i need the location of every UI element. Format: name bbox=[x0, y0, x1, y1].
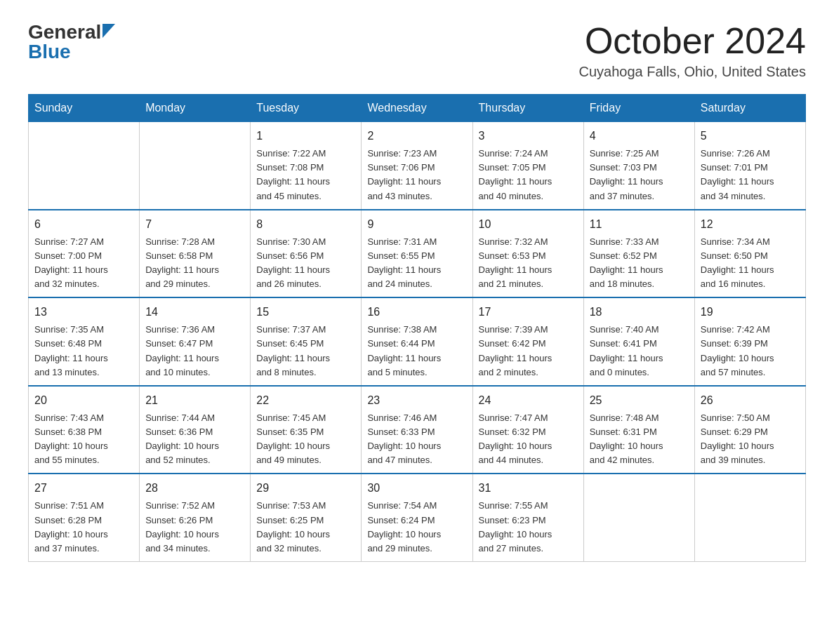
calendar-cell: 26Sunrise: 7:50 AM Sunset: 6:29 PM Dayli… bbox=[694, 386, 805, 474]
col-header-saturday: Saturday bbox=[694, 95, 805, 122]
day-info: Sunrise: 7:40 AM Sunset: 6:41 PM Dayligh… bbox=[590, 323, 689, 380]
calendar-cell: 3Sunrise: 7:24 AM Sunset: 7:05 PM Daylig… bbox=[472, 122, 583, 210]
day-number: 12 bbox=[701, 216, 800, 233]
month-title: October 2024 bbox=[578, 21, 806, 61]
day-info: Sunrise: 7:27 AM Sunset: 7:00 PM Dayligh… bbox=[34, 235, 133, 292]
day-number: 9 bbox=[367, 216, 466, 233]
day-number: 3 bbox=[479, 128, 578, 145]
day-info: Sunrise: 7:53 AM Sunset: 6:25 PM Dayligh… bbox=[256, 499, 355, 556]
day-number: 21 bbox=[145, 392, 244, 409]
day-info: Sunrise: 7:24 AM Sunset: 7:05 PM Dayligh… bbox=[479, 147, 578, 203]
day-info: Sunrise: 7:45 AM Sunset: 6:35 PM Dayligh… bbox=[256, 411, 355, 468]
calendar-cell: 1Sunrise: 7:22 AM Sunset: 7:08 PM Daylig… bbox=[251, 122, 362, 210]
location-title: Cuyahoga Falls, Ohio, United States bbox=[578, 64, 806, 80]
day-info: Sunrise: 7:54 AM Sunset: 6:24 PM Dayligh… bbox=[367, 499, 466, 556]
day-number: 23 bbox=[367, 392, 466, 409]
page-header: General Blue October 2024 Cuyahoga Falls… bbox=[28, 21, 806, 80]
logo-blue-text: Blue bbox=[28, 41, 71, 63]
calendar-cell: 14Sunrise: 7:36 AM Sunset: 6:47 PM Dayli… bbox=[140, 297, 251, 386]
calendar-cell: 23Sunrise: 7:46 AM Sunset: 6:33 PM Dayli… bbox=[362, 386, 472, 474]
col-header-sunday: Sunday bbox=[29, 95, 140, 122]
day-info: Sunrise: 7:25 AM Sunset: 7:03 PM Dayligh… bbox=[590, 147, 689, 203]
day-number: 27 bbox=[34, 480, 133, 497]
day-number: 19 bbox=[701, 304, 800, 321]
calendar-cell: 11Sunrise: 7:33 AM Sunset: 6:52 PM Dayli… bbox=[583, 210, 694, 298]
day-number: 22 bbox=[256, 392, 355, 409]
calendar-cell: 31Sunrise: 7:55 AM Sunset: 6:23 PM Dayli… bbox=[472, 474, 583, 561]
calendar-week-row: 27Sunrise: 7:51 AM Sunset: 6:28 PM Dayli… bbox=[29, 474, 806, 561]
day-number: 26 bbox=[701, 392, 800, 409]
day-info: Sunrise: 7:46 AM Sunset: 6:33 PM Dayligh… bbox=[367, 411, 466, 468]
day-info: Sunrise: 7:30 AM Sunset: 6:56 PM Dayligh… bbox=[256, 235, 355, 292]
calendar-cell: 15Sunrise: 7:37 AM Sunset: 6:45 PM Dayli… bbox=[251, 297, 362, 386]
day-info: Sunrise: 7:33 AM Sunset: 6:52 PM Dayligh… bbox=[590, 235, 689, 292]
day-number: 6 bbox=[34, 216, 133, 233]
day-info: Sunrise: 7:43 AM Sunset: 6:38 PM Dayligh… bbox=[34, 411, 133, 468]
day-number: 8 bbox=[256, 216, 355, 233]
day-number: 18 bbox=[590, 304, 689, 321]
day-number: 13 bbox=[34, 304, 133, 321]
calendar-cell: 17Sunrise: 7:39 AM Sunset: 6:42 PM Dayli… bbox=[472, 297, 583, 386]
day-info: Sunrise: 7:50 AM Sunset: 6:29 PM Dayligh… bbox=[701, 411, 800, 468]
calendar-cell: 9Sunrise: 7:31 AM Sunset: 6:55 PM Daylig… bbox=[362, 210, 472, 298]
calendar-cell: 16Sunrise: 7:38 AM Sunset: 6:44 PM Dayli… bbox=[362, 297, 472, 386]
day-number: 7 bbox=[145, 216, 244, 233]
col-header-tuesday: Tuesday bbox=[251, 95, 362, 122]
logo-arrow-icon bbox=[102, 24, 115, 41]
calendar-cell: 4Sunrise: 7:25 AM Sunset: 7:03 PM Daylig… bbox=[583, 122, 694, 210]
calendar-table: SundayMondayTuesdayWednesdayThursdayFrid… bbox=[28, 94, 806, 562]
calendar-cell: 2Sunrise: 7:23 AM Sunset: 7:06 PM Daylig… bbox=[362, 122, 472, 210]
day-info: Sunrise: 7:47 AM Sunset: 6:32 PM Dayligh… bbox=[479, 411, 578, 468]
calendar-cell: 29Sunrise: 7:53 AM Sunset: 6:25 PM Dayli… bbox=[251, 474, 362, 561]
calendar-cell bbox=[140, 122, 251, 210]
day-info: Sunrise: 7:48 AM Sunset: 6:31 PM Dayligh… bbox=[590, 411, 689, 468]
day-number: 31 bbox=[479, 480, 578, 497]
calendar-cell: 7Sunrise: 7:28 AM Sunset: 6:58 PM Daylig… bbox=[140, 210, 251, 298]
day-number: 24 bbox=[479, 392, 578, 409]
calendar-cell: 12Sunrise: 7:34 AM Sunset: 6:50 PM Dayli… bbox=[694, 210, 805, 298]
day-number: 17 bbox=[479, 304, 578, 321]
calendar-cell: 21Sunrise: 7:44 AM Sunset: 6:36 PM Dayli… bbox=[140, 386, 251, 474]
calendar-cell: 25Sunrise: 7:48 AM Sunset: 6:31 PM Dayli… bbox=[583, 386, 694, 474]
calendar-cell: 8Sunrise: 7:30 AM Sunset: 6:56 PM Daylig… bbox=[251, 210, 362, 298]
day-info: Sunrise: 7:42 AM Sunset: 6:39 PM Dayligh… bbox=[701, 323, 800, 380]
calendar-cell: 28Sunrise: 7:52 AM Sunset: 6:26 PM Dayli… bbox=[140, 474, 251, 561]
day-number: 29 bbox=[256, 480, 355, 497]
day-info: Sunrise: 7:35 AM Sunset: 6:48 PM Dayligh… bbox=[34, 323, 133, 380]
day-info: Sunrise: 7:36 AM Sunset: 6:47 PM Dayligh… bbox=[145, 323, 244, 380]
day-number: 1 bbox=[256, 128, 355, 145]
day-number: 2 bbox=[367, 128, 466, 145]
calendar-cell bbox=[583, 474, 694, 561]
calendar-cell: 18Sunrise: 7:40 AM Sunset: 6:41 PM Dayli… bbox=[583, 297, 694, 386]
calendar-cell: 13Sunrise: 7:35 AM Sunset: 6:48 PM Dayli… bbox=[29, 297, 140, 386]
day-info: Sunrise: 7:34 AM Sunset: 6:50 PM Dayligh… bbox=[701, 235, 800, 292]
calendar-header-row: SundayMondayTuesdayWednesdayThursdayFrid… bbox=[29, 95, 806, 122]
day-number: 4 bbox=[590, 128, 689, 145]
svg-marker-0 bbox=[102, 24, 115, 38]
day-info: Sunrise: 7:38 AM Sunset: 6:44 PM Dayligh… bbox=[367, 323, 466, 380]
day-number: 28 bbox=[145, 480, 244, 497]
day-number: 5 bbox=[701, 128, 800, 145]
col-header-friday: Friday bbox=[583, 95, 694, 122]
day-number: 14 bbox=[145, 304, 244, 321]
calendar-cell: 24Sunrise: 7:47 AM Sunset: 6:32 PM Dayli… bbox=[472, 386, 583, 474]
day-info: Sunrise: 7:51 AM Sunset: 6:28 PM Dayligh… bbox=[34, 499, 133, 556]
day-info: Sunrise: 7:52 AM Sunset: 6:26 PM Dayligh… bbox=[145, 499, 244, 556]
calendar-week-row: 13Sunrise: 7:35 AM Sunset: 6:48 PM Dayli… bbox=[29, 297, 806, 386]
calendar-week-row: 1Sunrise: 7:22 AM Sunset: 7:08 PM Daylig… bbox=[29, 122, 806, 210]
calendar-cell: 22Sunrise: 7:45 AM Sunset: 6:35 PM Dayli… bbox=[251, 386, 362, 474]
day-number: 11 bbox=[590, 216, 689, 233]
day-info: Sunrise: 7:44 AM Sunset: 6:36 PM Dayligh… bbox=[145, 411, 244, 468]
calendar-cell: 5Sunrise: 7:26 AM Sunset: 7:01 PM Daylig… bbox=[694, 122, 805, 210]
logo: General Blue bbox=[28, 21, 115, 63]
day-number: 30 bbox=[367, 480, 466, 497]
day-number: 10 bbox=[479, 216, 578, 233]
day-info: Sunrise: 7:31 AM Sunset: 6:55 PM Dayligh… bbox=[367, 235, 466, 292]
calendar-cell: 10Sunrise: 7:32 AM Sunset: 6:53 PM Dayli… bbox=[472, 210, 583, 298]
title-section: October 2024 Cuyahoga Falls, Ohio, Unite… bbox=[578, 21, 806, 80]
col-header-wednesday: Wednesday bbox=[362, 95, 472, 122]
calendar-cell bbox=[694, 474, 805, 561]
day-info: Sunrise: 7:26 AM Sunset: 7:01 PM Dayligh… bbox=[701, 147, 800, 203]
day-number: 25 bbox=[590, 392, 689, 409]
calendar-cell: 20Sunrise: 7:43 AM Sunset: 6:38 PM Dayli… bbox=[29, 386, 140, 474]
